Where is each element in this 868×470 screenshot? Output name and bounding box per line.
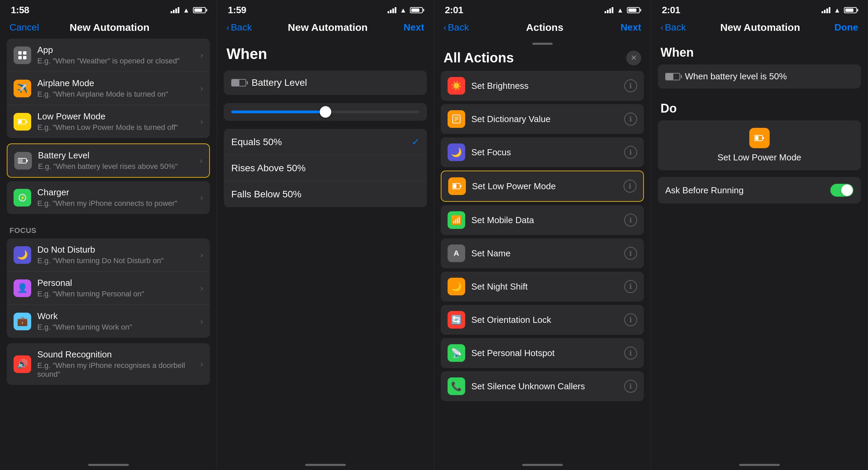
list-item-work[interactable]: 💼 Work E.g. "When turning Work on" ›	[7, 305, 210, 338]
automation-list-group-1: App E.g. "When "Weather" is opened or cl…	[7, 39, 210, 138]
sound-chevron: ›	[200, 359, 203, 369]
list-item-sound[interactable]: 🔊 Sound Recognition E.g. "When my iPhone…	[7, 343, 210, 385]
lowpower-label: Low Power Mode	[37, 111, 200, 122]
name-info[interactable]: ℹ	[624, 247, 637, 260]
action-set-orientation[interactable]: 🔄 Set Orientation Lock ℹ	[441, 305, 644, 335]
battery-icon-4	[844, 7, 857, 13]
sound-icon: 🔊	[14, 355, 31, 373]
done-button[interactable]: Done	[834, 22, 858, 33]
brightness-label: Set Brightness	[471, 81, 624, 91]
option-rises-label: Rises Above 50%	[231, 163, 305, 174]
charger-sub: E.g. "When my iPhone connects to power"	[37, 199, 200, 208]
back-button-3[interactable]: ‹ Back	[443, 22, 469, 33]
status-time-2: 1:59	[228, 5, 246, 16]
back-button-4[interactable]: ‹ Back	[660, 22, 686, 33]
sheet-header: All Actions ✕	[434, 50, 651, 71]
svg-rect-6	[18, 120, 22, 123]
back-button-2[interactable]: ‹ Back	[226, 22, 252, 33]
hotspot-info[interactable]: ℹ	[624, 347, 637, 359]
battery-chevron: ›	[200, 156, 202, 165]
focus-section-label: FOCUS	[0, 219, 217, 238]
personal-text: Personal E.g. "When turning Personal on"	[37, 278, 200, 298]
status-bar-2: 1:59 ▲	[217, 0, 434, 18]
hotspot-label: Set Personal Hotspot	[471, 348, 624, 358]
sound-text: Sound Recognition E.g. "When my iPhone r…	[37, 349, 200, 379]
work-sub: E.g. "When turning Work on"	[37, 323, 200, 332]
focus-group: 🌙 Do Not Disturb E.g. "When turning Do N…	[7, 238, 210, 338]
orientation-icon: 🔄	[448, 311, 465, 329]
lowpower-sub: E.g. "When Low Power Mode is turned off"	[37, 123, 200, 132]
charger-group: ⚡ Charger E.g. "When my iPhone connects …	[7, 181, 210, 214]
orientation-info[interactable]: ℹ	[624, 313, 637, 326]
do-section-title: Do	[651, 98, 868, 120]
status-icons-1: ▲	[171, 6, 206, 14]
status-bar-1: 1:58 ▲	[0, 0, 217, 18]
mobile-info[interactable]: ℹ	[624, 214, 637, 227]
sheet-handle	[532, 43, 553, 45]
close-actions-button[interactable]: ✕	[626, 51, 641, 65]
status-time-4: 2:01	[662, 5, 680, 16]
mobile-label: Set Mobile Data	[471, 215, 624, 226]
focus-info[interactable]: ℹ	[624, 146, 637, 159]
panel-4: 2:01 ▲ ‹ Back New Automation Done When W…	[651, 0, 868, 470]
option-equals[interactable]: Equals 50% ✓	[224, 129, 427, 155]
svg-rect-1	[23, 51, 26, 55]
cancel-button[interactable]: Cancel	[9, 22, 39, 33]
when-summary-card: When battery level is 50%	[658, 64, 861, 89]
panel-4-content: When When battery level is 50% Do Set Lo…	[651, 39, 868, 461]
action-set-dict[interactable]: Set Dictionary Value ℹ	[441, 104, 644, 134]
option-falls[interactable]: Falls Below 50%	[224, 181, 427, 207]
action-set-lowpower[interactable]: Set Low Power Mode ℹ	[441, 171, 644, 202]
option-rises[interactable]: Rises Above 50%	[224, 155, 427, 181]
list-item-charger[interactable]: ⚡ Charger E.g. "When my iPhone connects …	[7, 181, 210, 214]
slider-track[interactable]	[231, 111, 419, 113]
ask-label: Ask Before Running	[665, 185, 744, 196]
list-item-app[interactable]: App E.g. "When "Weather" is opened or cl…	[7, 39, 210, 72]
airplane-chevron: ›	[200, 84, 203, 93]
slider-thumb[interactable]	[320, 106, 331, 118]
svg-rect-0	[18, 51, 22, 55]
battery-card-icon	[231, 79, 246, 86]
panel-3: 2:01 ▲ ‹ Back Actions Next All Actions ✕…	[434, 0, 651, 470]
list-item-dnd[interactable]: 🌙 Do Not Disturb E.g. "When turning Do N…	[7, 238, 210, 272]
sound-label: Sound Recognition	[37, 349, 200, 360]
signal-icon-4	[822, 7, 830, 13]
brightness-info[interactable]: ℹ	[624, 79, 637, 92]
silence-info[interactable]: ℹ	[624, 380, 637, 393]
nav-bar-3: ‹ Back Actions Next	[434, 18, 651, 39]
signal-icon-3	[605, 7, 613, 13]
dict-icon	[448, 110, 465, 128]
action-set-mobile[interactable]: 📶 Set Mobile Data ℹ	[441, 205, 644, 235]
nav-bar-2: ‹ Back New Automation Next	[217, 18, 434, 39]
lowpower-info[interactable]: ℹ	[624, 180, 636, 193]
action-set-brightness[interactable]: ☀️ Set Brightness ℹ	[441, 71, 644, 101]
action-set-silence[interactable]: 📞 Set Silence Unknown Callers ℹ	[441, 371, 644, 401]
signal-icon-2	[388, 7, 396, 13]
action-set-hotspot[interactable]: 📡 Set Personal Hotspot ℹ	[441, 338, 644, 368]
airplane-text: Airplane Mode E.g. "When Airplane Mode i…	[37, 78, 200, 99]
work-chevron: ›	[200, 317, 203, 326]
ask-toggle[interactable]	[830, 184, 853, 197]
nightshift-info[interactable]: ℹ	[624, 280, 637, 293]
action-set-focus[interactable]: 🌙 Set Focus ℹ	[441, 137, 644, 167]
home-indicator-1	[88, 464, 129, 466]
list-item-battery[interactable]: Battery Level E.g. "When battery level r…	[7, 143, 210, 178]
next-button-2[interactable]: Next	[403, 22, 424, 33]
list-item-personal[interactable]: 👤 Personal E.g. "When turning Personal o…	[7, 272, 210, 305]
action-set-nightshift[interactable]: 🌙 Set Night Shift ℹ	[441, 272, 644, 301]
dict-info[interactable]: ℹ	[624, 113, 637, 125]
action-set-name[interactable]: A Set Name ℹ	[441, 238, 644, 268]
status-bar-3: 2:01 ▲	[434, 0, 651, 18]
dnd-chevron: ›	[200, 250, 203, 260]
list-item-lowpower[interactable]: Low Power Mode E.g. "When Low Power Mode…	[7, 105, 210, 138]
battery-text: Battery Level E.g. "When battery level r…	[38, 150, 200, 171]
dict-label: Set Dictionary Value	[471, 114, 624, 124]
do-action-label: Set Low Power Mode	[717, 152, 801, 163]
ask-before-running-row: Ask Before Running	[658, 177, 861, 203]
app-text: App E.g. "When "Weather" is opened or cl…	[37, 45, 200, 65]
next-button-3[interactable]: Next	[620, 22, 641, 33]
svg-rect-9	[19, 159, 23, 162]
list-item-airplane[interactable]: ✈️ Airplane Mode E.g. "When Airplane Mod…	[7, 72, 210, 105]
silence-label: Set Silence Unknown Callers	[471, 381, 624, 392]
actions-list: ☀️ Set Brightness ℹ Set Dictionary Value…	[434, 71, 651, 461]
